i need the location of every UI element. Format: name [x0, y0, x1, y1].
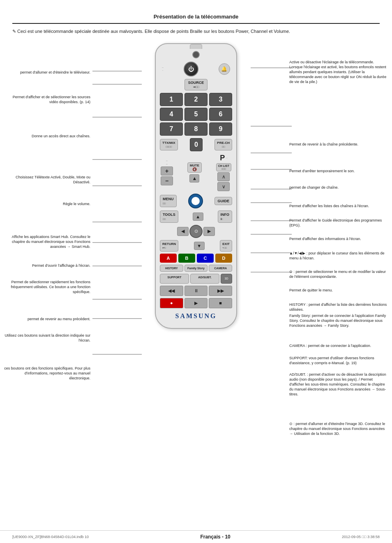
ok-button[interactable]: ⊙: [189, 225, 203, 238]
up-arrow-button[interactable]: ▲: [189, 174, 199, 183]
btn-b[interactable]: B: [178, 254, 195, 263]
btn-1[interactable]: 1: [160, 93, 183, 106]
3d-button[interactable]: 3D: [221, 274, 232, 284]
exit-button[interactable]: EXIT −□□: [220, 240, 232, 252]
power-row: ·· · ⏻ 🔔: [160, 62, 232, 76]
btn-d[interactable]: D: [215, 254, 232, 263]
pre-ch-button[interactable]: PRE-CH □□: [214, 139, 232, 150]
vol-up-button[interactable]: +: [161, 166, 173, 176]
anno-specific: ces boutons ont des fonctions spécifique…: [4, 366, 92, 381]
menu-guide-row: MENU □□ GUIDE: [160, 194, 232, 208]
vol-down-button[interactable]: −: [161, 176, 173, 185]
btn-5[interactable]: 5: [184, 108, 208, 121]
btn-7[interactable]: 7: [160, 122, 183, 136]
mute-button[interactable]: MUTE 🔇: [187, 162, 202, 173]
special-row-2: SUPPORT AD/SUBT. 3D: [160, 274, 232, 284]
btn-a[interactable]: A: [160, 254, 177, 263]
info-button[interactable]: INFO ℹ□: [218, 210, 233, 223]
diagram-area: permet d'allumer et d'éteindre le télévi…: [0, 37, 392, 469]
anno-vol: Règle le volume.: [63, 201, 92, 206]
btn-9[interactable]: 9: [209, 122, 232, 136]
ir-emitter: [192, 51, 200, 58]
special-row-1: HISTORY Family Story CAMERA: [160, 265, 232, 272]
anno-family-right: Family Story: permet de se connecter à l…: [287, 313, 388, 328]
media-row-2: ● ▶ ■: [160, 298, 232, 308]
intro-text: Ceci est une télécommande spéciale desti…: [12, 28, 380, 35]
ad-subt-button[interactable]: AD/SUBT.: [190, 274, 219, 284]
page-wrapper: Présentation de la télécommande Ceci est…: [0, 0, 392, 543]
tools-info-row: TOOLS □□ ▲ INFO ℹ□: [160, 210, 232, 223]
source-button[interactable]: SOURCE ⇒□□: [184, 79, 208, 90]
btn-8[interactable]: 8: [184, 122, 208, 136]
camera-button[interactable]: CAMERA: [209, 265, 232, 272]
return-button[interactable]: RETURN ↩□: [160, 240, 178, 252]
title-text: Présentation de la télécommande: [154, 14, 239, 20]
anno-support-right: SUPPORT: vous permet d'utiliser diverses…: [287, 356, 388, 365]
p-label: P: [220, 154, 225, 162]
btn-2[interactable]: 2: [184, 93, 208, 106]
anno-mute-right: Permet d'arrêter temporairement le son.: [287, 169, 355, 173]
anno-ch-list-right: Permet d'afficher les listes des chaînes…: [287, 203, 369, 208]
anno-hub: Affiche les applications Smart Hub. Cons…: [4, 234, 92, 249]
anno-channels: Donne un accès direct aux chaînes.: [32, 134, 92, 139]
anno-prev-ch-right: Permet de revenir à la chaîne précédente…: [287, 142, 358, 147]
btn-0[interactable]: 0: [190, 138, 203, 151]
ff-button[interactable]: ▶▶: [209, 286, 232, 296]
anno-power: permet d'allumer et d'éteindre le télévi…: [20, 70, 92, 75]
return-exit-row: RETURN ↩□ ▼ EXIT −□□: [160, 240, 232, 252]
guide-button[interactable]: GUIDE: [214, 197, 232, 205]
pause-button[interactable]: ⏸: [184, 286, 208, 296]
play-button[interactable]: ▶: [184, 298, 208, 308]
tools-button[interactable]: TOOLS □□: [160, 210, 178, 223]
dpad-row-mid: ◀ ⊙ ▶: [177, 225, 215, 238]
anno-adsubt-right: AD/SUBT. : permet d'activer ou de désact…: [287, 372, 388, 397]
media-row-1: ◀◀ ⏸ ▶▶: [160, 286, 232, 296]
down-nav-button[interactable]: ▼: [194, 242, 205, 250]
anno-colored: Utilisez ces boutons suivant la directio…: [4, 333, 92, 343]
anno-info-right: Permet d'afficher des informations à l'é…: [287, 236, 361, 241]
source-row: SOURCE ⇒□□: [160, 79, 232, 90]
smart-hub-button[interactable]: [188, 194, 203, 208]
btn-c[interactable]: C: [197, 254, 214, 263]
stop-button[interactable]: ■: [209, 298, 232, 308]
anno-3d-right: ⊙ : permet d'allumer et d'éteindre l'ima…: [287, 421, 388, 436]
anno-nav-right: ▲/▼/◀/▶ : pour déplacer le curseur dans …: [287, 251, 388, 261]
remote-notch: [190, 44, 202, 49]
btn-3[interactable]: 3: [209, 93, 232, 106]
ch-down-button[interactable]: ∨: [217, 182, 230, 191]
samsung-logo: SAMSUNG: [160, 312, 232, 320]
anno-history-right: HISTORY : permet d'afficher la liste des…: [287, 302, 388, 312]
remote-body: ·· · ⏻ 🔔 SOURCE ⇒□□ 1 2: [155, 43, 237, 329]
left-button[interactable]: ◀: [177, 227, 189, 236]
btn-4[interactable]: 4: [160, 108, 183, 121]
history-button[interactable]: HISTORY: [160, 265, 183, 272]
rec-button[interactable]: ●: [160, 298, 183, 308]
anno-epg-right: Permet d'afficher le Guide électronique …: [287, 218, 388, 228]
power-button[interactable]: ⏻: [184, 62, 198, 76]
ttx-button[interactable]: TTX/MIX □□□□: [160, 139, 178, 150]
mute-area: MUTE 🔇 ▲: [187, 162, 202, 183]
anno-ttx: Choisissez Télétexte Activé, Double, Mix…: [4, 175, 92, 185]
vol-ch-area: ·· ·· + − MUTE 🔇 ▲: [160, 154, 232, 191]
ch-list-button[interactable]: CH LIST □□□: [216, 163, 231, 171]
up-nav-button[interactable]: ▲: [193, 213, 203, 221]
color-buttons: A B C D: [160, 254, 232, 263]
anno-affichage: Permet d'ouvrir l'affichage à l'écran.: [32, 263, 92, 268]
dpad: ◀ ⊙ ▶: [160, 225, 232, 238]
volume-controls: ·· ·· + −: [161, 159, 173, 185]
anno-return: permet de revenir au menu précédent.: [28, 317, 92, 321]
anno-select-right: ⊙ : permet de sélectionner le menu et de…: [287, 269, 388, 279]
menu-button[interactable]: MENU □□: [160, 195, 177, 207]
remote-control: ·· · ⏻ 🔔 SOURCE ⇒□□ 1 2: [155, 43, 237, 329]
right-button[interactable]: ▶: [203, 227, 215, 236]
channel-controls: P ·· CH LIST □□□ ∧ ∨: [216, 154, 231, 191]
ch-up-button[interactable]: ∧: [217, 172, 230, 181]
rewind-button[interactable]: ◀◀: [160, 286, 183, 296]
anno-camera-right: CAMERA : permet de se connecter à l'appl…: [287, 343, 371, 348]
anno-ch-change-right: permet de changer de chaîne.: [287, 185, 339, 190]
anno-quit-right: Permet de quitter le menu.: [287, 288, 333, 293]
support-button[interactable]: SUPPORT: [160, 274, 189, 284]
btn-6[interactable]: 6: [209, 108, 232, 121]
family-story-button[interactable]: Family Story: [184, 265, 208, 272]
light-button[interactable]: 🔔: [219, 63, 230, 75]
